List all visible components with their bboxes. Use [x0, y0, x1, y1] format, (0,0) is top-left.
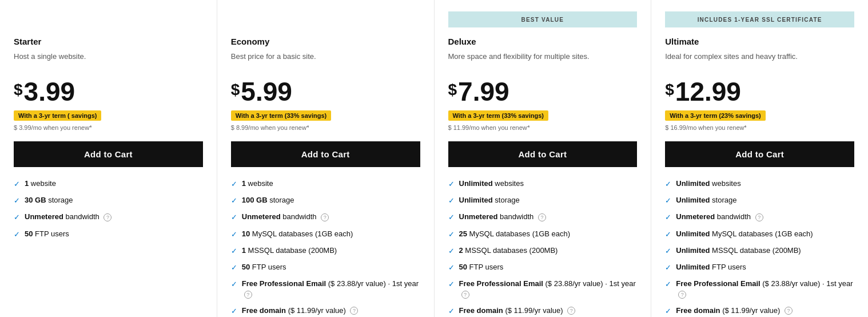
features-list-economy: ✓1 website✓100 GB storage✓Unmetered band… — [231, 179, 420, 316]
feature-text: 10 MySQL databases (1GB each) — [242, 229, 353, 239]
checkmark-icon: ✓ — [448, 306, 455, 316]
checkmark-icon: ✓ — [14, 196, 20, 206]
plan-desc-ultimate: Ideal for complex sites and heavy traffi… — [665, 52, 854, 70]
add-to-cart-button-economy[interactable]: Add to Cart — [231, 141, 420, 167]
feature-text: Free Professional Email ($ 23.88/yr valu… — [459, 279, 638, 299]
info-icon[interactable]: ? — [321, 213, 329, 221]
list-item: ✓Unmetered bandwidth ? — [665, 212, 854, 223]
renew-price-starter: $ 3.99/mo when you renew⁴ — [14, 124, 203, 133]
feature-text: Unlimited websites — [676, 179, 740, 189]
dollar-sign: $ — [448, 82, 457, 98]
checkmark-icon: ✓ — [665, 279, 671, 290]
feature-text: Free domain ($ 11.99/yr value) ? — [242, 306, 359, 316]
plan-price-deluxe: $7.99 — [448, 78, 638, 105]
list-item: ✓Unlimited MySQL databases (1GB each) — [665, 229, 854, 240]
plan-banner-starter — [14, 11, 203, 27]
list-item: ✓Unlimited websites — [665, 179, 854, 189]
info-icon[interactable]: ? — [103, 213, 112, 221]
checkmark-icon: ✓ — [665, 263, 671, 273]
feature-text: 25 MySQL databases (1GB each) — [459, 229, 571, 239]
price-value: 5.99 — [241, 78, 292, 105]
checkmark-icon: ✓ — [448, 229, 455, 240]
plan-price-economy: $5.99 — [231, 78, 420, 105]
dollar-sign: $ — [231, 82, 240, 98]
info-icon[interactable]: ? — [755, 213, 763, 221]
list-item: ✓1 website — [231, 179, 420, 189]
add-to-cart-button-starter[interactable]: Add to Cart — [14, 141, 203, 167]
feature-text: 30 GB storage — [25, 195, 73, 205]
checkmark-icon: ✓ — [448, 196, 455, 206]
checkmark-icon: ✓ — [665, 212, 671, 223]
feature-text: 50 FTP users — [25, 229, 69, 239]
plan-price-ultimate: $12.99 — [665, 78, 854, 105]
plan-desc-deluxe: More space and flexibility for multiple … — [448, 52, 638, 70]
info-icon[interactable]: ? — [567, 307, 575, 315]
list-item: ✓Free Professional Email ($ 23.88/yr val… — [665, 279, 854, 299]
renew-price-ultimate: $ 16.99/mo when you renew⁴ — [665, 124, 854, 133]
checkmark-icon: ✓ — [14, 179, 20, 189]
list-item: ✓Free Professional Email ($ 23.88/yr val… — [448, 279, 638, 299]
plan-col-deluxe: BEST VALUEDeluxeMore space and flexibili… — [435, 0, 652, 317]
info-icon[interactable]: ? — [244, 291, 252, 299]
info-icon[interactable]: ? — [538, 213, 546, 221]
checkmark-icon: ✓ — [231, 306, 237, 316]
savings-badge-deluxe: With a 3-yr term (33% savings) — [448, 110, 548, 121]
renew-price-economy: $ 8.99/mo when you renew⁴ — [231, 124, 420, 133]
plan-desc-economy: Best price for a basic site. — [231, 52, 420, 70]
checkmark-icon: ✓ — [231, 263, 237, 273]
feature-text: Unlimited storage — [459, 195, 520, 205]
price-value: 12.99 — [675, 78, 741, 105]
feature-text: Unlimited MySQL databases (1GB each) — [676, 229, 813, 239]
add-to-cart-button-ultimate[interactable]: Add to Cart — [665, 141, 854, 167]
list-item: ✓2 MSSQL databases (200MB) — [448, 245, 638, 256]
list-item: ✓Free domain ($ 11.99/yr value) ? — [665, 306, 854, 316]
savings-badge-ultimate: With a 3-yr term (23% savings) — [665, 110, 765, 121]
list-item: ✓100 GB storage — [231, 195, 420, 206]
list-item: ✓Free Professional Email ($ 23.88/yr val… — [231, 279, 420, 299]
list-item: ✓50 FTP users — [448, 262, 638, 273]
checkmark-icon: ✓ — [231, 279, 237, 290]
list-item: ✓50 FTP users — [231, 262, 420, 273]
checkmark-icon: ✓ — [14, 229, 20, 240]
plan-desc-starter: Host a single website. — [14, 52, 203, 70]
checkmark-icon: ✓ — [448, 179, 455, 189]
list-item: ✓Unlimited FTP users — [665, 262, 854, 273]
feature-text: 100 GB storage — [242, 195, 294, 205]
feature-text: Free domain ($ 11.99/yr value) ? — [676, 306, 793, 316]
info-icon[interactable]: ? — [678, 291, 686, 299]
info-icon[interactable]: ? — [785, 307, 793, 315]
info-icon[interactable]: ? — [461, 291, 469, 299]
plan-name-starter: Starter — [14, 37, 203, 46]
feature-text: Unlimited storage — [676, 195, 736, 205]
list-item: ✓1 website — [14, 179, 203, 189]
checkmark-icon: ✓ — [665, 179, 671, 189]
feature-text: 50 FTP users — [459, 262, 504, 272]
feature-text: 1 website — [242, 179, 273, 189]
info-icon[interactable]: ? — [350, 307, 358, 315]
plans-container: StarterHost a single website.$3.99With a… — [0, 0, 868, 317]
features-list-ultimate: ✓Unlimited websites✓Unlimited storage✓Un… — [665, 179, 854, 317]
plan-banner-deluxe: BEST VALUE — [448, 11, 638, 27]
feature-text: Free Professional Email ($ 23.88/yr valu… — [242, 279, 420, 299]
list-item: ✓Unlimited storage — [448, 195, 638, 206]
feature-text: Unmetered bandwidth ? — [459, 212, 546, 222]
add-to-cart-button-deluxe[interactable]: Add to Cart — [448, 141, 638, 167]
checkmark-icon: ✓ — [448, 263, 455, 273]
feature-text: Unmetered bandwidth ? — [676, 212, 763, 222]
feature-text: 50 FTP users — [242, 262, 286, 272]
feature-text: Unmetered bandwidth ? — [25, 212, 112, 222]
feature-text: Unmetered bandwidth ? — [242, 212, 329, 222]
checkmark-icon: ✓ — [231, 212, 237, 223]
checkmark-icon: ✓ — [665, 246, 671, 256]
list-item: ✓Unmetered bandwidth ? — [448, 212, 638, 223]
list-item: ✓Unmetered bandwidth ? — [231, 212, 420, 223]
feature-text: 1 website — [25, 179, 56, 189]
savings-badge-starter: With a 3-yr term ( savings) — [14, 110, 101, 121]
features-list-deluxe: ✓Unlimited websites✓Unlimited storage✓Un… — [448, 179, 638, 316]
list-item: ✓Unmetered bandwidth ? — [14, 212, 203, 223]
plan-name-ultimate: Ultimate — [665, 37, 854, 46]
dollar-sign: $ — [14, 82, 23, 98]
list-item: ✓50 FTP users — [14, 229, 203, 240]
checkmark-icon: ✓ — [448, 279, 455, 290]
feature-text: Unlimited websites — [459, 179, 524, 189]
